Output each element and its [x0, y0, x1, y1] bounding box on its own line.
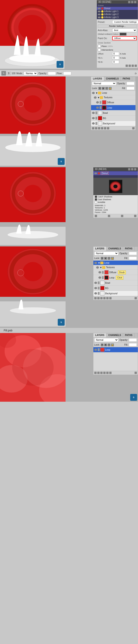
layer4-eye-bg[interactable] [94, 287, 97, 289]
layers4-icon-group[interactable] [106, 297, 109, 299]
fill-val-5[interactable]: 100% [129, 343, 137, 346]
lock-p-icon-4[interactable]: ■ [104, 257, 107, 260]
layer4-diffuse[interactable]: Diffuse Doub [93, 270, 138, 275]
tab-paths-4[interactable]: PATHS [123, 247, 134, 251]
lock-position-icon[interactable]: + [105, 87, 108, 90]
tab-channels-4[interactable]: CHANNELS [106, 247, 123, 251]
layer5-loop[interactable]: Loop [93, 347, 138, 352]
eye-icon-light2[interactable] [98, 14, 101, 15]
blend-mode-2[interactable]: Normal [92, 82, 116, 86]
panel-icon-1[interactable] [128, 1, 130, 3]
layers4-icon-new[interactable] [109, 297, 112, 299]
layer-eye-bowl[interactable] [92, 112, 95, 114]
scene-item-light2[interactable]: Infinite Light 2 [97, 13, 138, 16]
tab-layers-4[interactable]: LAYERS [93, 247, 106, 251]
layer-eye-bg[interactable] [92, 117, 95, 119]
mesh-bottom-icon-3[interactable] [121, 215, 123, 217]
offset-input[interactable] [112, 52, 119, 56]
layer-bg[interactable]: BG [91, 116, 135, 121]
layer4-eye-bowl[interactable] [94, 282, 97, 284]
tiltb-input[interactable] [112, 60, 119, 64]
layer-eye-loop[interactable] [92, 92, 95, 94]
tab-layers-2[interactable]: LAYERS [91, 77, 104, 81]
lock-all-icon[interactable]: 🔒 [109, 87, 112, 90]
scene-action-icon-4[interactable] [134, 64, 137, 67]
cast-shadows-checkbox[interactable] [95, 198, 97, 200]
layer4-textures-group[interactable]: ▼ Textures [93, 265, 138, 270]
preset-dropdown[interactable]: Custom Render Settings [112, 20, 138, 24]
layer4-background[interactable]: Background [93, 291, 138, 296]
mesh-icon-btn-1[interactable] [128, 168, 130, 170]
airbrush-icon[interactable]: ◔ [134, 72, 136, 75]
lock-a-icon-4[interactable]: 🔒 [111, 257, 114, 260]
layer-expand-loop[interactable]: ▼ [95, 92, 97, 94]
layer-bowl[interactable]: Bowl [91, 110, 135, 116]
fill-val-4[interactable]: 100% [129, 256, 137, 260]
tab-layers-5[interactable]: LAYERS [93, 333, 106, 337]
scene-item-light3[interactable]: Infinite Light 3 [97, 16, 138, 19]
lock-p-icon-5[interactable]: ■ [104, 344, 107, 346]
layers5-icon-new[interactable] [109, 372, 112, 374]
layer4-eye-loop3d[interactable] [98, 276, 101, 279]
layer-background[interactable]: Background [91, 121, 135, 126]
fill-val-2[interactable]: 100% [126, 86, 134, 90]
layer4-expand-textures[interactable]: ▼ [100, 266, 101, 269]
layers-icon-new[interactable] [107, 127, 109, 130]
ambient-color-swatch[interactable] [120, 33, 126, 36]
catch-shadows-checkbox[interactable] [95, 196, 97, 198]
tilta-input[interactable] [112, 56, 119, 60]
mesh-bottom-icon-4[interactable] [134, 215, 136, 217]
layers5-icon-group[interactable] [106, 372, 109, 374]
invisible-checkbox[interactable] [95, 201, 97, 203]
layers4-icon-link[interactable] [94, 297, 97, 299]
mesh-eye-donut[interactable] [94, 172, 97, 174]
mesh-icon-btn-2[interactable] [131, 168, 133, 170]
layer4-eye-background[interactable] [94, 292, 97, 294]
opacity-val-4[interactable]: 100% [129, 252, 137, 255]
layer-diffuse[interactable]: Diffuse [91, 100, 135, 105]
layer4-loop-group[interactable]: ▼ Loop [93, 260, 138, 265]
layers5-icon-mask[interactable] [100, 372, 103, 374]
flow-input[interactable]: 50% [63, 72, 71, 75]
panel-icon-3[interactable] [134, 1, 136, 3]
scene-action-icon-1[interactable] [125, 64, 128, 67]
blend-mode-5[interactable]: Normal [94, 338, 118, 342]
lock-a-icon-5[interactable]: 🔒 [111, 344, 114, 346]
brush-tool-icon[interactable]: ✎ [2, 71, 6, 76]
layer-eye-diffuse[interactable] [96, 101, 99, 104]
render-settings-btn[interactable]: Render Settings... [98, 24, 137, 28]
lock-pos-icon-4[interactable]: + [108, 257, 110, 260]
layer-loop-3d[interactable]: Loop [91, 105, 135, 110]
layers-icon-delete[interactable] [132, 127, 134, 130]
mode-dropdown[interactable]: Normal [24, 72, 37, 75]
mesh-item-donut[interactable]: Donut [93, 171, 138, 175]
layers-icon-link[interactable] [92, 127, 94, 130]
lock-t-icon-4[interactable]: ◾ [101, 257, 103, 260]
blend-mode-4[interactable]: Normal [94, 252, 118, 255]
layers4-icon-fx[interactable] [97, 297, 100, 299]
scene-item-donut[interactable]: Donut [97, 7, 138, 10]
layer-eye-loop3d[interactable] [96, 106, 99, 109]
eye-icon-light3[interactable] [98, 16, 101, 18]
layer4-bowl[interactable]: Bowl [93, 280, 138, 286]
antialias-dropdown[interactable]: Best [112, 28, 137, 32]
intersections-checkbox[interactable] [98, 48, 101, 51]
tab-channels-2[interactable]: CHANNELS [104, 77, 121, 81]
layer4-eye-loop[interactable] [94, 262, 97, 264]
layer4-eye-diffuse[interactable] [98, 271, 101, 274]
layer-eye-textures[interactable] [94, 96, 97, 99]
scene-item-light1[interactable]: Infinite Light 1 [97, 10, 138, 13]
layers4-icon-adj[interactable] [103, 297, 106, 299]
layers4-icon-mask[interactable] [100, 297, 103, 299]
layers5-icon-adj[interactable] [103, 372, 106, 374]
mesh-bottom-icon-1[interactable] [95, 215, 97, 217]
layers-icon-mask[interactable] [98, 127, 100, 130]
layer-textures-group[interactable]: ▼ Textures [91, 95, 135, 100]
layer-loop-group[interactable]: ▼ Loop [91, 91, 135, 95]
layers-icon-group[interactable] [104, 127, 106, 130]
eye-icon-light1[interactable] [98, 10, 101, 12]
tab-paths-5[interactable]: PATHS [123, 333, 134, 337]
scene-action-icon-2[interactable] [128, 64, 131, 67]
lock-pixels-icon[interactable]: ■ [102, 87, 105, 90]
layer4-expand-loop[interactable]: ▼ [98, 262, 100, 264]
